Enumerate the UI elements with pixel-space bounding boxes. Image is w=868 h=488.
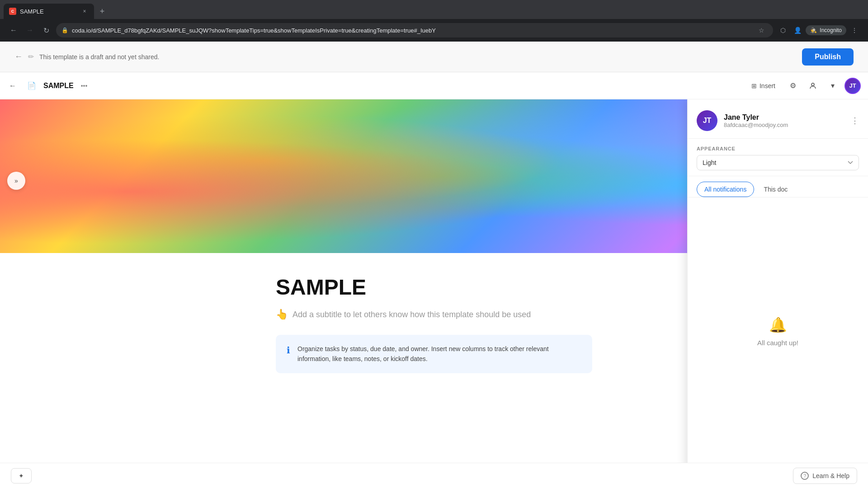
nav-bar: ← → ↻ 🔒 coda.io/d/SAMPLE_d78bgfqZAKd/SAM… [0,19,868,42]
doc-content: SAMPLE 👆 Add a subtitle to let others kn… [231,253,637,395]
doc-header: ← 📄 SAMPLE ••• ⊞ Insert ⚙ ▾ JT [0,72,868,99]
tab-all-notifications[interactable]: All notifications [697,182,754,197]
incognito-badge: 🕵 Incognito [806,25,846,35]
draft-message: This template is a draft and not yet sha… [39,53,159,61]
bottom-bar: ✦ ? Learn & Help [0,463,868,488]
refresh-button[interactable]: ↻ [40,24,52,37]
notif-avatar: JT [697,110,717,131]
profile-button[interactable]: 👤 [791,24,804,37]
subtitle-emoji: 👆 [276,309,288,320]
tab-bar: C SAMPLE × + [0,0,868,19]
draft-back-button[interactable]: ← [14,52,23,61]
bell-icon: 🔔 [769,316,787,333]
notification-panel: JT Jane Tyler 8afdcaac@moodjoy.com ⋮ APP… [687,99,868,488]
doc-main-title: SAMPLE [276,275,592,300]
address-bar[interactable]: 🔒 coda.io/d/SAMPLE_d78bgfqZAKd/SAMPLE_su… [56,23,773,38]
sidebar-toggle-button[interactable]: » [7,172,25,190]
notif-body: 🔔 All caught up! [688,197,868,465]
notif-empty-message: All caught up! [757,339,798,347]
more-button[interactable]: ⋮ [848,24,861,37]
appearance-select[interactable]: Light Dark System [697,155,859,170]
main-content: » SAMPLE 👆 Add a subtitle to let others … [0,99,868,488]
doc-title: SAMPLE [43,82,74,90]
user-avatar-button[interactable]: JT [844,78,861,94]
draft-pencil-icon: ✏ [28,52,34,61]
nav-icons: ⬡ 👤 🕵 Incognito ⋮ [777,24,861,37]
share-button[interactable] [805,78,821,94]
draft-bar-left: ← ✏ This template is a draft and not yet… [14,52,159,61]
notif-user-info: Jane Tyler 8afdcaac@moodjoy.com [724,113,844,128]
doc-info-text: Organize tasks by status, due date, and … [297,344,581,364]
doc-info-box: ℹ Organize tasks by status, due date, an… [276,335,592,373]
appearance-label: APPEARANCE [697,146,859,151]
extensions-button[interactable]: ⬡ [777,24,789,37]
tab-favicon: C [9,8,16,15]
doc-more-button[interactable]: ••• [79,82,90,89]
notif-tabs: All notifications This doc [688,176,868,197]
insert-button[interactable]: ⊞ Insert [745,79,781,93]
notif-user-email: 8afdcaac@moodjoy.com [724,122,844,128]
tab-close-button[interactable]: × [80,7,89,15]
doc-subtitle-row: 👆 Add a subtitle to let others know how … [276,309,592,320]
browser-chrome: C SAMPLE × + ← → ↻ 🔒 coda.io/d/SAMPLE_d7… [0,0,868,42]
info-icon: ℹ [287,345,290,356]
tab-this-doc[interactable]: This doc [756,182,795,197]
notif-more-button[interactable]: ⋮ [851,116,859,126]
draft-bar: ← ✏ This template is a draft and not yet… [0,42,868,72]
svg-point-0 [811,83,814,86]
subtitle-text: Add a subtitle to let others know how th… [292,310,531,319]
insert-icon: ⊞ [751,82,757,89]
notif-header: JT Jane Tyler 8afdcaac@moodjoy.com ⋮ [688,99,868,139]
settings-button[interactable]: ⚙ [785,78,801,94]
star-button[interactable]: ☆ [755,24,768,37]
new-tab-button[interactable]: + [96,5,108,18]
back-button[interactable]: ← [7,24,20,37]
learn-help-button[interactable]: ? Learn & Help [793,468,857,484]
notif-user-name: Jane Tyler [724,113,844,122]
doc-file-icon: 📄 [25,80,38,92]
forward-button[interactable]: → [24,24,36,37]
lock-icon: 🔒 [61,27,68,33]
chevron-down-icon[interactable]: ▾ [825,78,841,94]
notif-appearance: APPEARANCE Light Dark System [688,139,868,176]
notif-user-row: JT Jane Tyler 8afdcaac@moodjoy.com ⋮ [697,110,859,131]
tab-title: SAMPLE [20,8,77,15]
address-text: coda.io/d/SAMPLE_d78bgfqZAKd/SAMPLE_suJQ… [72,27,751,34]
enhance-button[interactable]: ✦ [11,468,32,483]
incognito-icon: 🕵 [810,27,817,33]
active-tab[interactable]: C SAMPLE × [4,4,94,19]
learn-help-icon: ? [801,472,809,480]
doc-back-button[interactable]: ← [5,79,20,93]
doc-header-actions: ⊞ Insert ⚙ ▾ JT [745,78,861,94]
enhance-icon: ✦ [19,472,24,479]
publish-button[interactable]: Publish [802,48,854,66]
